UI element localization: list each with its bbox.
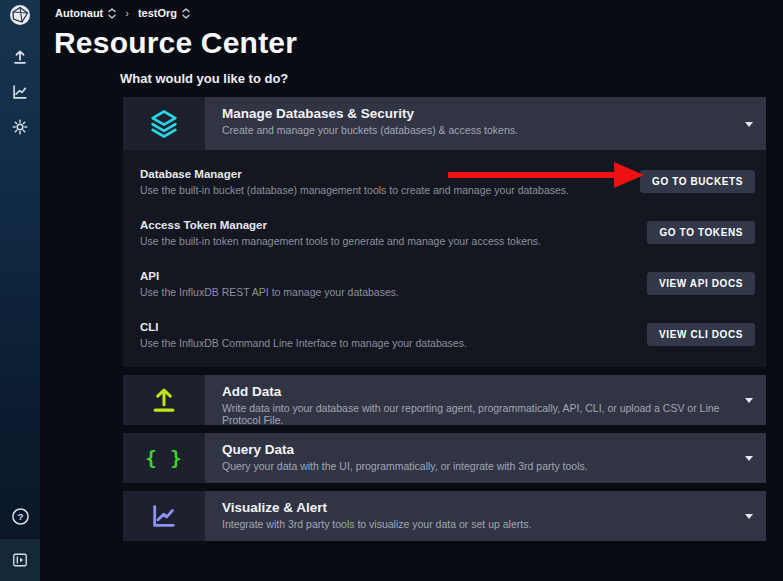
row-title: Database Manager: [140, 168, 569, 180]
row-text: Database Manager Use the built-in bucket…: [140, 168, 569, 196]
card-manage-databases-header[interactable]: Manage Databases & Security Create and m…: [123, 97, 766, 150]
row-text: Access Token Manager Use the built-in to…: [140, 219, 541, 247]
row-access-token-manager: Access Token Manager Use the built-in to…: [123, 208, 766, 257]
view-cli-docs-button[interactable]: VIEW CLI DOCS: [647, 323, 755, 346]
card-manage-databases-security: Manage Databases & Security Create and m…: [123, 97, 766, 367]
graphs-icon: [11, 83, 29, 101]
chevron-updown-icon: [108, 8, 116, 19]
row-text: CLI Use the InfluxDB Command Line Interf…: [140, 321, 467, 349]
card-title: Add Data: [222, 384, 736, 399]
card-header-band: Visualize & Alert Integrate with 3rd par…: [205, 491, 766, 541]
upload-icon: [11, 48, 29, 66]
row-description: Use the InfluxDB REST API to manage your…: [140, 286, 399, 298]
resource-cards: Manage Databases & Security Create and m…: [123, 97, 766, 549]
card-subtitle: Query your data with the UI, programmati…: [222, 460, 736, 472]
org-name: Autonaut: [55, 7, 103, 19]
upload-icon: [149, 385, 179, 415]
card-icon-cell: [123, 97, 205, 150]
card-add-data: Add Data Write data into your database w…: [123, 375, 766, 425]
buckets-layers-icon: [147, 107, 181, 141]
help-icon: ?: [11, 507, 30, 526]
row-database-manager: Database Manager Use the built-in bucket…: [123, 157, 766, 206]
card-icon-cell: [123, 375, 205, 425]
go-to-buckets-button[interactable]: GO TO BUCKETS: [640, 170, 755, 193]
card-visualize-alert: Visualize & Alert Integrate with 3rd par…: [123, 491, 766, 541]
card-add-data-header[interactable]: Add Data Write data into your database w…: [123, 375, 766, 425]
card-query-data: { } Query Data Query your data with the …: [123, 433, 766, 483]
card-expanded-body: Database Manager Use the built-in bucket…: [123, 150, 766, 367]
row-cli: CLI Use the InfluxDB Command Line Interf…: [123, 310, 766, 359]
chevron-down-icon[interactable]: [745, 398, 753, 403]
row-title: Access Token Manager: [140, 219, 541, 231]
chevron-updown-icon: [182, 8, 190, 19]
sidebar-nav: [0, 46, 40, 138]
breadcrumb: Autonaut › testOrg: [55, 7, 190, 19]
card-subtitle: Integrate with 3rd party tools to visual…: [222, 518, 736, 530]
card-icon-cell: { }: [123, 433, 205, 483]
page-title: Resource Center: [54, 26, 297, 60]
line-chart-icon: [149, 501, 179, 531]
breadcrumb-separator-icon: ›: [125, 7, 129, 19]
project-selector[interactable]: testOrg: [138, 7, 190, 19]
card-header-band: Add Data Write data into your database w…: [205, 375, 766, 425]
chevron-down-icon[interactable]: [745, 456, 753, 461]
chevron-down-icon[interactable]: [745, 122, 753, 127]
row-text: API Use the InfluxDB REST API to manage …: [140, 270, 399, 298]
chevron-down-icon[interactable]: [745, 514, 753, 519]
row-description: Use the built-in token management tools …: [140, 235, 541, 247]
go-to-tokens-button[interactable]: GO TO TOKENS: [647, 221, 755, 244]
card-title: Visualize & Alert: [222, 500, 736, 515]
sidebar-item-data-explorer[interactable]: [9, 81, 31, 103]
card-header-band: Manage Databases & Security Create and m…: [205, 97, 766, 150]
org-selector[interactable]: Autonaut: [55, 7, 116, 19]
influxdata-logo[interactable]: [0, 0, 40, 30]
row-title: CLI: [140, 321, 467, 333]
expand-sidebar-button[interactable]: [9, 549, 31, 571]
sidebar-item-load-data[interactable]: [9, 46, 31, 68]
influxdata-logo-icon: [8, 3, 32, 27]
svg-text:?: ?: [17, 511, 23, 522]
view-api-docs-button[interactable]: VIEW API DOCS: [647, 272, 755, 295]
curly-braces-icon: { }: [145, 447, 182, 469]
card-visualize-alert-header[interactable]: Visualize & Alert Integrate with 3rd par…: [123, 491, 766, 541]
page-prompt: What would you like to do?: [120, 71, 288, 86]
row-description: Use the built-in bucket (database) manag…: [140, 184, 569, 196]
card-title: Query Data: [222, 442, 736, 457]
card-header-band: Query Data Query your data with the UI, …: [205, 433, 766, 483]
sidebar: ?: [0, 0, 40, 581]
help-button[interactable]: ?: [9, 505, 31, 527]
expand-panel-icon: [12, 552, 28, 568]
card-icon-cell: [123, 491, 205, 541]
sidebar-item-settings[interactable]: [9, 116, 31, 138]
card-subtitle: Write data into your database with our r…: [222, 402, 736, 426]
row-api: API Use the InfluxDB REST API to manage …: [123, 259, 766, 308]
row-description: Use the InfluxDB Command Line Interface …: [140, 337, 467, 349]
sidebar-footer: [0, 539, 40, 581]
card-title: Manage Databases & Security: [222, 106, 736, 121]
resource-center-page: ? Autonaut: [0, 0, 783, 581]
card-query-data-header[interactable]: { } Query Data Query your data with the …: [123, 433, 766, 483]
project-name: testOrg: [138, 7, 177, 19]
settings-gear-icon: [11, 118, 29, 136]
card-subtitle: Create and manage your buckets (database…: [222, 124, 736, 136]
sidebar-bottom: ?: [0, 493, 40, 581]
row-title: API: [140, 270, 399, 282]
